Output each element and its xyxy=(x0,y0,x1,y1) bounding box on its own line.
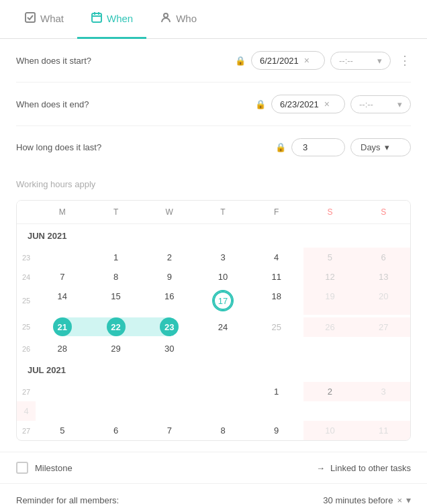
tab-what[interactable]: What xyxy=(11,1,77,39)
july-week-1: 27 1 2 3 4 xyxy=(17,382,410,421)
linked-tasks[interactable]: → Linked to other tasks xyxy=(316,463,411,473)
cal-cell-jun18[interactable]: 18 xyxy=(250,287,303,315)
cal-cell-jun5[interactable]: 5 xyxy=(303,248,357,267)
cal-cell-jun27[interactable]: 27 xyxy=(357,317,410,337)
start-date-clear[interactable]: × xyxy=(304,55,310,66)
july-month-row: JUL 2021 xyxy=(17,358,410,382)
tab-who[interactable]: Who xyxy=(146,1,210,39)
cal-cell-empty4 xyxy=(303,339,357,358)
june-label: JUN 2021 xyxy=(17,224,410,248)
cal-cell-jun13[interactable]: 13 xyxy=(357,267,410,287)
form-section: When does it start? 🔒 6/21/2021 × --:-- … xyxy=(0,39,427,168)
calendar-icon xyxy=(91,11,103,26)
cal-cell-jun22[interactable]: 22 xyxy=(89,315,143,339)
cal-cell-jun19[interactable]: 19 xyxy=(303,287,357,315)
all-members-clear-btn[interactable]: × xyxy=(397,495,402,505)
cal-cell-jun6[interactable]: 6 xyxy=(357,248,410,267)
cal-cell-jun2[interactable]: 2 xyxy=(142,248,196,267)
cal-cell-jun3[interactable]: 3 xyxy=(196,248,250,267)
tab-when[interactable]: When xyxy=(77,1,146,39)
cal-cell-jun17[interactable]: 17 xyxy=(196,287,250,315)
cal-cell-jul3[interactable]: 3 xyxy=(357,382,410,401)
cal-cell-jun8[interactable]: 8 xyxy=(89,267,143,287)
cal-cell-jun10[interactable]: 10 xyxy=(196,267,250,287)
milestone-left: Milestone xyxy=(16,462,73,474)
end-date-clear[interactable]: × xyxy=(324,99,330,109)
more-icon-start[interactable]: ⋮ xyxy=(399,53,411,68)
lock-icon-end: 🔒 xyxy=(255,99,266,109)
week-num-28: 27 xyxy=(17,421,36,440)
tab-bar: What When Who xyxy=(0,0,427,39)
end-date-value: 6/23/2021 xyxy=(280,99,319,109)
start-time-value: --:-- xyxy=(339,56,353,66)
cal-cell-jun29[interactable]: 29 xyxy=(89,339,143,358)
cal-cell-jun7[interactable]: 7 xyxy=(36,267,89,287)
start-date-value: 6/21/2021 xyxy=(260,56,299,66)
svg-rect-1 xyxy=(92,13,101,22)
cal-cell-jun4[interactable]: 4 xyxy=(250,248,303,267)
cal-cell-jul7[interactable]: 7 xyxy=(142,421,196,440)
chevron-down-start: ▾ xyxy=(377,56,382,66)
cal-cell-jun14[interactable]: 14 xyxy=(36,287,89,315)
cal-cell-jun30[interactable]: 30 xyxy=(142,339,196,358)
duration-label: How long does it last? xyxy=(16,142,150,152)
june-week-4: 25 21 22 23 24 25 26 27 xyxy=(17,315,410,339)
cal-cell-jul5[interactable]: 5 xyxy=(36,421,89,440)
day-header-t1: T xyxy=(89,201,143,223)
cal-cell-jul6[interactable]: 6 xyxy=(89,421,143,440)
unit-dropdown[interactable]: Days ▾ xyxy=(350,138,411,156)
duration-input[interactable]: 3 xyxy=(291,138,345,156)
cal-cell-jun25[interactable]: 25 xyxy=(250,317,303,337)
cal-cell-jun9[interactable]: 9 xyxy=(142,267,196,287)
chevron-down-end: ▾ xyxy=(397,99,402,109)
cal-cell-jun28[interactable]: 28 xyxy=(36,339,89,358)
end-label: When does it end? xyxy=(16,99,150,109)
person-icon xyxy=(160,11,172,26)
end-date-input[interactable]: 6/23/2021 × xyxy=(271,95,345,113)
cal-cell-jul8[interactable]: 8 xyxy=(196,421,250,440)
cal-cell-jul4[interactable]: 4 xyxy=(17,401,36,421)
cal-cell-jul2[interactable]: 2 xyxy=(303,382,357,401)
cal-cell-jun21[interactable]: 21 xyxy=(36,315,89,339)
cal-cell-jun20[interactable]: 20 xyxy=(357,287,410,315)
cal-cell-jun16[interactable]: 16 xyxy=(142,287,196,315)
svg-point-5 xyxy=(164,13,168,17)
cal-cell-jun24[interactable]: 24 xyxy=(196,317,250,337)
day-header-s2: S xyxy=(357,201,410,223)
cal-cell-jul1[interactable]: 1 xyxy=(250,382,303,401)
day-header-m: M xyxy=(36,201,89,223)
milestone-checkbox[interactable] xyxy=(16,462,28,474)
unit-value: Days xyxy=(361,142,381,152)
cal-cell-jul10[interactable]: 10 xyxy=(303,421,357,440)
week-num-header xyxy=(17,201,36,223)
calendar: M T W T F S S JUN 2021 23 1 2 3 4 5 6 24… xyxy=(16,200,411,441)
start-label: When does it start? xyxy=(16,56,150,66)
day-header-t2: T xyxy=(196,201,250,223)
start-time-dropdown[interactable]: --:-- ▾ xyxy=(330,52,391,70)
end-time-value: --:-- xyxy=(359,99,373,109)
all-members-reminder-row: Reminder for all members: 30 minutes bef… xyxy=(0,484,427,504)
linked-tasks-label: Linked to other tasks xyxy=(330,463,411,473)
cal-cell-jun15[interactable]: 15 xyxy=(89,287,143,315)
cal-cell-jun12[interactable]: 12 xyxy=(303,267,357,287)
start-date-input[interactable]: 6/21/2021 × xyxy=(251,51,325,70)
reminder-section: Reminder for all members: 30 minutes bef… xyxy=(0,483,427,504)
duration-row: How long does it last? 🔒 3 Days ▾ xyxy=(16,126,411,168)
milestone-row: Milestone → Linked to other tasks xyxy=(0,452,427,483)
week-num-26: 26 xyxy=(17,339,36,358)
all-members-chevron[interactable]: ▾ xyxy=(406,495,411,504)
cal-cell-jun1[interactable]: 1 xyxy=(89,248,143,267)
cal-cell-jul9[interactable]: 9 xyxy=(250,421,303,440)
cal-cell-empty5 xyxy=(357,339,410,358)
cal-cell-jul-e3 xyxy=(142,382,196,401)
cal-cell-jun11[interactable]: 11 xyxy=(250,267,303,287)
cal-cell-jun23[interactable]: 23 xyxy=(142,315,196,339)
end-time-dropdown[interactable]: --:-- ▾ xyxy=(350,95,411,113)
duration-controls: 🔒 3 Days ▾ xyxy=(158,138,411,156)
all-members-value[interactable]: 30 minutes before × ▾ xyxy=(323,495,411,504)
all-members-label: Reminder for all members: xyxy=(16,495,119,505)
working-hours-row: Working hours apply xyxy=(0,168,427,200)
cal-cell-jun26[interactable]: 26 xyxy=(303,317,357,337)
june-month-row: JUN 2021 xyxy=(17,224,410,248)
cal-cell-jul11[interactable]: 11 xyxy=(357,421,410,440)
